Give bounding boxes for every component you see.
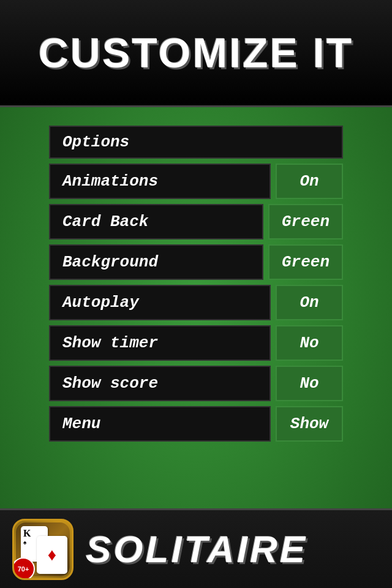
settings-row: MenuShow <box>49 406 343 442</box>
setting-label-autoplay[interactable]: Autoplay <box>49 285 271 320</box>
main-content: Options AnimationsOnCard BackGreenBackgr… <box>0 107 392 465</box>
settings-row: Show scoreNo <box>49 366 343 401</box>
setting-value-menu[interactable]: Show <box>276 406 343 442</box>
setting-label-card-back[interactable]: Card Back <box>49 204 263 239</box>
top-bar: CUSTOMIZE IT <box>0 0 392 107</box>
card-ace: ♦ <box>37 536 67 574</box>
setting-value-show-timer[interactable]: No <box>276 325 343 361</box>
settings-row: AutoplayOn <box>49 285 343 320</box>
setting-label-background[interactable]: Background <box>49 244 263 280</box>
settings-row: Show timerNo <box>49 325 343 361</box>
setting-value-animations[interactable]: On <box>276 164 343 199</box>
setting-label-show-score[interactable]: Show score <box>49 366 271 401</box>
setting-label-animations[interactable]: Animations <box>49 164 271 199</box>
setting-value-background[interactable]: Green <box>268 244 343 280</box>
app-icon: K ♠ ♦ 70+ <box>12 519 74 580</box>
settings-row: BackgroundGreen <box>49 244 343 280</box>
badge-70plus: 70+ <box>12 557 35 580</box>
setting-value-autoplay[interactable]: On <box>276 285 343 320</box>
setting-value-card-back[interactable]: Green <box>268 204 343 239</box>
settings-list: AnimationsOnCard BackGreenBackgroundGree… <box>49 164 343 447</box>
options-header: Options <box>49 126 343 159</box>
page-title: CUSTOMIZE IT <box>39 29 354 77</box>
settings-row: AnimationsOn <box>49 164 343 199</box>
bottom-bar: K ♠ ♦ 70+ SOLITAIRE <box>0 508 392 588</box>
setting-label-menu[interactable]: Menu <box>49 406 271 442</box>
settings-row: Card BackGreen <box>49 204 343 239</box>
setting-label-show-timer[interactable]: Show timer <box>49 325 271 361</box>
setting-value-show-score[interactable]: No <box>276 366 343 401</box>
app-name: SOLITAIRE <box>86 527 307 571</box>
